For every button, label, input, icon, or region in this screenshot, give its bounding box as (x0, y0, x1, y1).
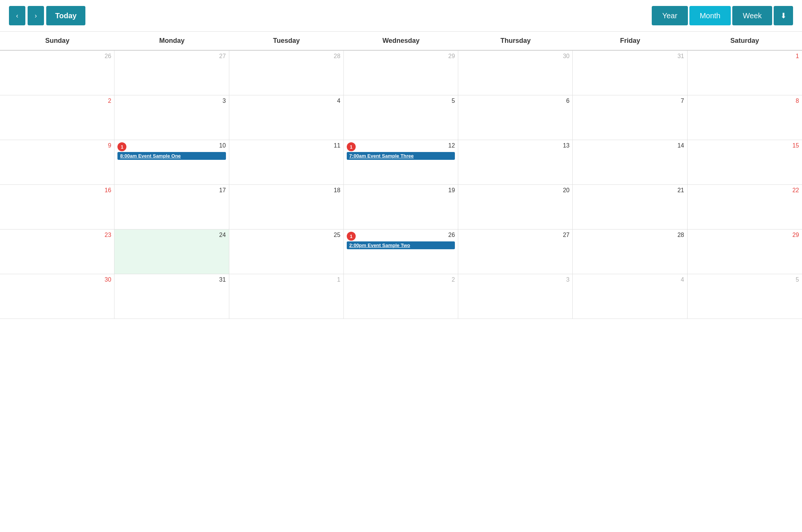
day-friday: Friday (573, 32, 687, 50)
date-header: 5 (691, 276, 799, 285)
cal-cell: 29 (344, 51, 458, 95)
date-number[interactable]: 5 (452, 98, 455, 104)
date-header: 27 (461, 232, 569, 240)
date-number[interactable]: 26 (104, 53, 111, 60)
date-header: 9 (3, 142, 111, 151)
date-number[interactable]: 3 (566, 276, 570, 283)
date-number[interactable]: 2 (452, 276, 455, 283)
date-number[interactable]: 6 (566, 98, 570, 104)
date-header: 19 (347, 187, 455, 195)
cal-cell: 22 (688, 185, 802, 229)
date-number[interactable]: 29 (792, 232, 799, 238)
date-number[interactable]: 16 (104, 187, 111, 194)
date-number[interactable]: 31 (219, 276, 226, 283)
date-header: 29 (347, 53, 455, 61)
prev-button[interactable]: ‹ (9, 6, 25, 25)
cal-cell: 9 (0, 140, 114, 185)
date-number[interactable]: 25 (334, 232, 340, 238)
date-number[interactable]: 28 (334, 53, 340, 60)
calendar: Sunday Monday Tuesday Wednesday Thursday… (0, 32, 802, 319)
date-header: 30 (461, 53, 569, 61)
date-number[interactable]: 15 (792, 142, 799, 149)
month-view-button[interactable]: Month (689, 6, 731, 25)
date-number[interactable]: 1 (796, 53, 799, 60)
top-bar: ‹ › Today Year Month Week ⬇ (0, 0, 802, 32)
date-header: 26 (3, 53, 111, 61)
date-header: 22 (691, 187, 799, 195)
cal-cell: 20 (458, 185, 573, 229)
date-number[interactable]: 23 (104, 232, 111, 238)
year-view-button[interactable]: Year (652, 6, 688, 25)
date-number[interactable]: 12 (448, 142, 455, 149)
day-headers: Sunday Monday Tuesday Wednesday Thursday… (0, 32, 802, 51)
date-header: 110 (117, 142, 226, 151)
date-number[interactable]: 10 (219, 142, 226, 149)
date-header: 18 (232, 187, 340, 195)
download-button[interactable]: ⬇ (774, 6, 793, 25)
event-pill[interactable]: 7:00am Event Sample Three (347, 152, 455, 160)
date-number[interactable]: 31 (677, 53, 684, 60)
date-number[interactable]: 9 (108, 142, 111, 149)
date-header: 6 (461, 98, 569, 106)
date-number[interactable]: 26 (448, 232, 455, 238)
date-header: 29 (691, 232, 799, 240)
cal-cell: 1 (229, 274, 344, 319)
date-number[interactable]: 20 (563, 187, 570, 194)
date-header: 2 (3, 98, 111, 106)
date-number[interactable]: 30 (563, 53, 570, 60)
cal-cell: 1262:00pm Event Sample Two (344, 229, 458, 274)
date-number[interactable]: 17 (219, 187, 226, 194)
event-pill[interactable]: 8:00am Event Sample One (117, 152, 226, 160)
date-header: 126 (347, 232, 455, 240)
next-button[interactable]: › (28, 6, 44, 25)
cal-cell: 13 (458, 140, 573, 185)
nav-left: ‹ › Today (9, 6, 85, 25)
cal-cell: 11 (229, 140, 344, 185)
date-header: 7 (576, 98, 684, 106)
date-number[interactable]: 29 (448, 53, 455, 60)
date-number[interactable]: 27 (219, 53, 226, 60)
date-number[interactable]: 1 (337, 276, 340, 283)
date-number[interactable]: 18 (334, 187, 340, 194)
date-number[interactable]: 3 (223, 98, 226, 104)
date-number[interactable]: 22 (792, 187, 799, 194)
date-header: 1 (691, 53, 799, 61)
date-number[interactable]: 11 (334, 142, 340, 149)
date-number[interactable]: 5 (796, 276, 799, 283)
date-header: 16 (3, 187, 111, 195)
today-button[interactable]: Today (46, 6, 85, 25)
date-header: 15 (691, 142, 799, 151)
date-header: 17 (117, 187, 226, 195)
date-header: 24 (117, 232, 226, 240)
cal-cell: 1 (688, 51, 802, 95)
date-number[interactable]: 8 (796, 98, 799, 104)
cal-cell: 5 (688, 274, 802, 319)
date-number[interactable]: 19 (448, 187, 455, 194)
event-badge: 1 (347, 232, 356, 241)
date-header: 4 (576, 276, 684, 285)
date-number[interactable]: 7 (681, 98, 684, 104)
view-controls: Year Month Week ⬇ (652, 6, 793, 25)
cal-cell: 19 (344, 185, 458, 229)
date-header: 23 (3, 232, 111, 240)
event-pill[interactable]: 2:00pm Event Sample Two (347, 241, 455, 249)
date-number[interactable]: 2 (108, 98, 111, 104)
cal-cell: 3 (458, 274, 573, 319)
cal-cell: 4 (229, 95, 344, 140)
date-number[interactable]: 21 (677, 187, 684, 194)
cal-cell: 31 (573, 51, 687, 95)
date-number[interactable]: 28 (677, 232, 684, 238)
cal-cell: 6 (458, 95, 573, 140)
date-number[interactable]: 27 (563, 232, 570, 238)
date-number[interactable]: 24 (219, 232, 226, 238)
date-number[interactable]: 4 (337, 98, 340, 104)
cal-cell: 21 (573, 185, 687, 229)
cal-cell: 7 (573, 95, 687, 140)
date-header: 1 (232, 276, 340, 285)
date-number[interactable]: 30 (104, 276, 111, 283)
week-view-button[interactable]: Week (732, 6, 772, 25)
date-number[interactable]: 13 (563, 142, 570, 149)
date-header: 31 (117, 276, 226, 285)
date-number[interactable]: 4 (681, 276, 684, 283)
date-number[interactable]: 14 (677, 142, 684, 149)
